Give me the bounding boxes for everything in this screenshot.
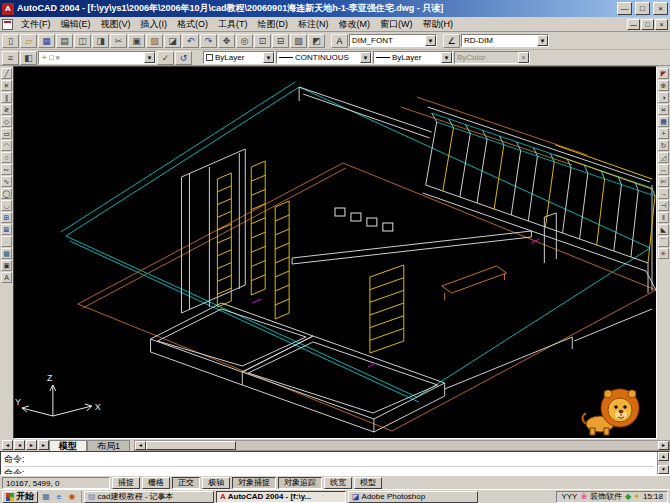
dropdown-arrow-icon[interactable]: ▼ [441, 52, 452, 63]
ellipse-arc-icon[interactable]: ◡ [1, 200, 12, 211]
construction-line-icon[interactable]: ✕ [1, 80, 12, 91]
scroll-right-button[interactable]: ► [658, 441, 669, 450]
menu-item-2[interactable]: 视图(V) [96, 18, 136, 31]
line-icon[interactable]: ╱ [1, 68, 12, 79]
menu-item-4[interactable]: 格式(O) [172, 18, 213, 31]
scale-icon[interactable]: ◿ [658, 152, 669, 163]
circle-icon[interactable]: ○ [1, 152, 12, 163]
dim-style-combo[interactable]: RD-DIM ▼ [461, 34, 549, 47]
task-button-0[interactable]: ▤cad建模教程 - 记事本 [84, 491, 214, 503]
status-toggle-0[interactable]: 捕捉 [112, 477, 140, 489]
status-toggle-2[interactable]: 正交 [172, 477, 200, 489]
extend-icon[interactable]: → [658, 188, 669, 199]
zoom-realtime-icon[interactable]: ◎ [236, 34, 253, 48]
task-button-1[interactable]: AAutoCAD 2004 - [f:\y... [216, 491, 346, 503]
plot-preview-icon[interactable]: ◫ [74, 34, 91, 48]
task-button-2[interactable]: ◪Adobe Photoshop [348, 491, 478, 503]
point-icon[interactable]: ∙ [1, 236, 12, 247]
flower-icon[interactable]: ❀ [580, 492, 587, 501]
properties-icon[interactable]: ▧ [290, 34, 307, 48]
region-icon[interactable]: ▣ [1, 260, 12, 271]
designcenter-icon[interactable]: ◩ [308, 34, 325, 48]
command-text-area[interactable]: 命令: 命令: [1, 452, 657, 474]
menu-item-0[interactable]: 文件(F) [16, 18, 56, 31]
mtext-icon[interactable]: A [1, 272, 12, 283]
scroll-down-button[interactable]: ▼ [658, 465, 669, 474]
layer-color-swatch[interactable]: ■ [56, 54, 60, 62]
tray-icon-gold[interactable]: ✦ [633, 492, 640, 501]
menu-item-8[interactable]: 修改(M) [334, 18, 376, 31]
undo-icon[interactable]: ↶ [182, 34, 199, 48]
restore-button[interactable]: □ [635, 2, 650, 15]
layer-lock-icon[interactable]: □ [49, 54, 53, 62]
minimize-button[interactable]: — [617, 2, 632, 15]
layer-previous-icon[interactable]: ↺ [175, 51, 192, 65]
zoom-previous-icon[interactable]: ⊟ [272, 34, 289, 48]
make-object-layer-current-icon[interactable]: ✓ [157, 51, 174, 65]
redo-icon[interactable]: ↷ [200, 34, 217, 48]
copy-icon[interactable]: ▣ [128, 34, 145, 48]
command-prompt[interactable]: 命令: [4, 466, 654, 474]
show-desktop-icon[interactable]: ▦ [40, 491, 52, 503]
match-properties-icon[interactable]: ◪ [164, 34, 181, 48]
next-tab-button[interactable]: ► [26, 440, 37, 450]
menu-item-10[interactable]: 帮助(H) [418, 18, 459, 31]
color-combo[interactable]: ByLayer ▼ [203, 51, 275, 64]
status-toggle-4[interactable]: 对象捕捉 [232, 477, 276, 489]
break-at-point-icon[interactable]: ⊣ [658, 200, 669, 211]
clock[interactable]: 15:18 [643, 492, 663, 501]
multiline-icon[interactable]: ∥ [1, 92, 12, 103]
explode-icon[interactable]: ✳ [658, 248, 669, 259]
horizontal-scroll-thumb[interactable] [146, 441, 236, 450]
zoom-window-icon[interactable]: ⊡ [254, 34, 271, 48]
deco-software-label[interactable]: 装饰软件 [590, 491, 622, 502]
array-icon[interactable]: ▦ [658, 116, 669, 127]
open-file-icon[interactable]: ▱ [20, 34, 37, 48]
paste-icon[interactable]: ▨ [146, 34, 163, 48]
last-tab-button[interactable]: ► [38, 440, 49, 450]
first-tab-button[interactable]: ◄ [2, 440, 13, 450]
drawing-canvas[interactable]: Z X Y [13, 66, 657, 439]
move-icon[interactable]: + [658, 128, 669, 139]
stretch-icon[interactable]: ↔ [658, 164, 669, 175]
spline-icon[interactable]: ∿ [1, 176, 12, 187]
dim-style-icon[interactable]: ∠ [443, 34, 460, 48]
ellipse-icon[interactable]: ◯ [1, 188, 12, 199]
command-scrollbar[interactable]: ▲ ▼ [657, 452, 669, 474]
lion-mascot[interactable] [578, 384, 642, 438]
layer-states-icon[interactable]: ◧ [20, 51, 37, 65]
lineweight-combo[interactable]: ByLayer ▼ [373, 51, 453, 64]
copy-object-icon[interactable]: ⊕ [658, 80, 669, 91]
dropdown-arrow-icon[interactable]: ▼ [263, 52, 274, 63]
polyline-icon[interactable]: ≷ [1, 104, 12, 115]
layer-combo[interactable]: ☀□■ ▼ [38, 51, 156, 64]
doc-restore-button[interactable]: □ [641, 19, 654, 30]
rotate-icon[interactable]: ↻ [658, 140, 669, 151]
layers-icon[interactable]: ≡ [2, 51, 19, 65]
status-toggle-7[interactable]: 模型 [354, 477, 382, 489]
chamfer-icon[interactable]: ◣ [658, 224, 669, 235]
scroll-up-button[interactable]: ▲ [658, 452, 669, 461]
arc-icon[interactable]: ◠ [1, 140, 12, 151]
status-toggle-3[interactable]: 极轴 [202, 477, 230, 489]
dropdown-arrow-icon[interactable]: ▼ [537, 35, 548, 46]
save-icon[interactable]: ▦ [38, 34, 55, 48]
break-icon[interactable]: ‖ [658, 212, 669, 223]
tab-layout1[interactable]: 布局1 [87, 440, 130, 451]
erase-icon[interactable]: ◤ [658, 68, 669, 79]
hatch-icon[interactable]: ▩ [1, 248, 12, 259]
polygon-icon[interactable]: ◇ [1, 116, 12, 127]
tray-icon-green[interactable]: ◆ [625, 492, 631, 501]
doc-minimize-button[interactable]: — [627, 19, 640, 30]
tab-model[interactable]: 模型 [49, 440, 87, 451]
dropdown-arrow-icon[interactable]: ▼ [360, 52, 371, 63]
insert-block-icon[interactable]: ⊞ [1, 212, 12, 223]
close-button[interactable]: × [653, 2, 668, 15]
start-button[interactable]: 开始 [2, 491, 38, 503]
ie-icon[interactable]: e [53, 491, 65, 503]
layer-on-icon[interactable]: ☀ [41, 54, 47, 62]
new-file-icon[interactable]: ▯ [2, 34, 19, 48]
dropdown-arrow-icon[interactable]: ▼ [425, 35, 436, 46]
linetype-combo[interactable]: CONTINUOUS ▼ [276, 51, 372, 64]
revcloud-icon[interactable]: ∾ [1, 164, 12, 175]
